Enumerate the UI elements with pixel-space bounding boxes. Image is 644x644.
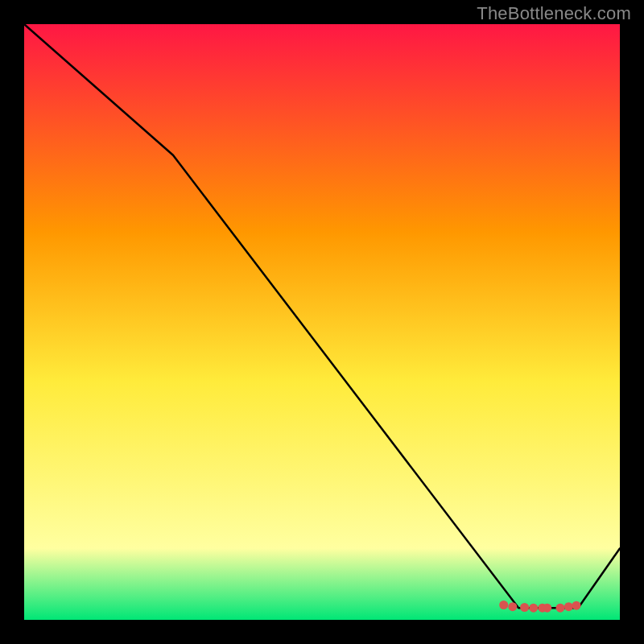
chart-svg bbox=[24, 24, 620, 620]
series-marker bbox=[520, 603, 529, 612]
series-marker bbox=[499, 601, 508, 609]
series-marker bbox=[556, 604, 565, 613]
series-marker bbox=[508, 602, 517, 611]
series-marker bbox=[529, 604, 538, 613]
chart-plot-area bbox=[24, 24, 620, 620]
series-marker bbox=[564, 602, 573, 611]
watermark-text: TheBottleneck.com bbox=[477, 3, 631, 24]
series-marker bbox=[572, 601, 581, 610]
chart-background-gradient bbox=[24, 24, 620, 620]
series-marker bbox=[543, 604, 551, 613]
chart-stage: TheBottleneck.com bbox=[0, 0, 644, 644]
